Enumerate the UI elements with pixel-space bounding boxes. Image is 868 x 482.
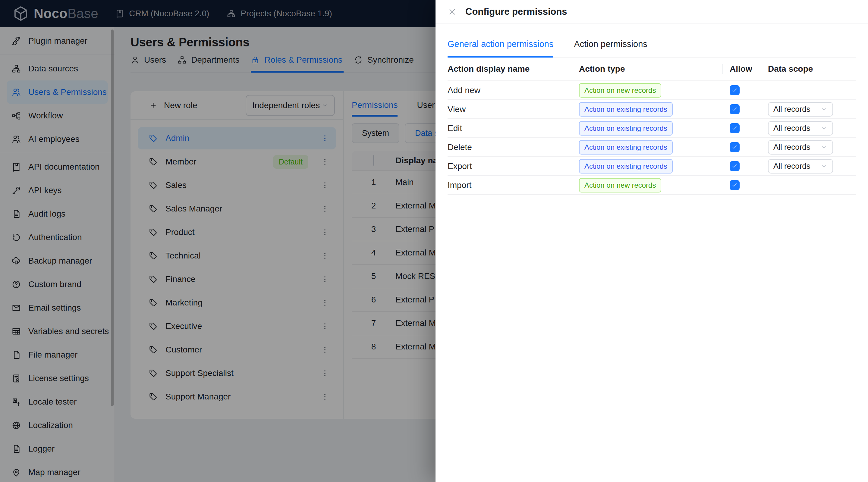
configure-permissions-drawer: Configure permissions General action per… bbox=[435, 0, 868, 482]
column-header-action-display-name: Action display name bbox=[447, 64, 572, 74]
drawer-tab-action-permissions[interactable]: Action permissions bbox=[574, 24, 647, 58]
data-scope-select[interactable]: All records bbox=[768, 121, 833, 135]
allow-cell bbox=[722, 123, 761, 133]
chevron-icon bbox=[821, 144, 828, 151]
action-type-cell: Action on existing records bbox=[572, 159, 722, 173]
close-icon[interactable] bbox=[447, 7, 457, 17]
action-display-name: Add new bbox=[447, 86, 572, 95]
drawer-tab-general-action-permissions[interactable]: General action permissions bbox=[447, 24, 553, 58]
drawer-header: Configure permissions bbox=[435, 0, 868, 24]
action-type-tag: Action on new records bbox=[579, 83, 661, 98]
action-type-cell: Action on new records bbox=[572, 178, 722, 193]
action-display-name: Delete bbox=[447, 142, 572, 152]
action-type-cell: Action on existing records bbox=[572, 121, 722, 135]
check-icon bbox=[732, 163, 738, 169]
check-icon bbox=[732, 144, 738, 150]
action-display-name: View bbox=[447, 104, 572, 114]
data-scope-select[interactable]: All records bbox=[768, 102, 833, 117]
chevron-icon bbox=[821, 163, 828, 170]
check-icon bbox=[732, 106, 738, 113]
modal-overlay[interactable] bbox=[0, 0, 435, 482]
action-type-tag: Action on existing records bbox=[579, 102, 673, 117]
allow-checkbox-checked[interactable] bbox=[730, 104, 740, 114]
action-permissions-table: Action display nameAction typeAllowData … bbox=[447, 58, 856, 195]
action-display-name: Export bbox=[447, 161, 572, 171]
data-scope-cell: All records bbox=[761, 121, 856, 135]
allow-checkbox-checked[interactable] bbox=[730, 123, 740, 133]
allow-cell bbox=[722, 142, 761, 152]
action-table-body: Add newAction on new recordsViewAction o… bbox=[447, 81, 856, 195]
chevron-icon bbox=[821, 106, 828, 113]
action-row-export: ExportAction on existing recordsAll reco… bbox=[447, 157, 856, 176]
allow-cell bbox=[722, 104, 761, 114]
data-scope-cell: All records bbox=[761, 159, 856, 173]
check-icon bbox=[732, 125, 738, 131]
data-scope-select[interactable]: All records bbox=[768, 159, 833, 173]
action-row-import: ImportAction on new records bbox=[447, 176, 856, 195]
column-header-allow: Allow bbox=[722, 64, 761, 74]
column-header-data-scope: Data scope bbox=[761, 64, 856, 74]
action-type-tag: Action on existing records bbox=[579, 140, 673, 155]
allow-checkbox-checked[interactable] bbox=[730, 180, 740, 190]
chevron-icon bbox=[821, 125, 828, 132]
allow-cell bbox=[722, 180, 761, 190]
allow-cell bbox=[722, 161, 761, 171]
action-display-name: Edit bbox=[447, 124, 572, 133]
action-row-add-new: Add newAction on new records bbox=[447, 81, 856, 100]
action-table-header: Action display nameAction typeAllowData … bbox=[447, 58, 856, 81]
drawer-title: Configure permissions bbox=[465, 6, 567, 17]
action-display-name: Import bbox=[447, 181, 572, 190]
allow-checkbox-checked[interactable] bbox=[730, 142, 740, 152]
column-header-action-type: Action type bbox=[572, 64, 722, 74]
data-scope-value: All records bbox=[773, 104, 810, 114]
data-scope-cell: All records bbox=[761, 140, 856, 155]
data-scope-select[interactable]: All records bbox=[768, 140, 833, 155]
action-type-tag: Action on existing records bbox=[579, 159, 673, 173]
action-type-cell: Action on existing records bbox=[572, 140, 722, 155]
action-row-delete: DeleteAction on existing recordsAll reco… bbox=[447, 138, 856, 157]
action-type-cell: Action on new records bbox=[572, 83, 722, 98]
action-type-tag: Action on existing records bbox=[579, 121, 673, 135]
action-row-edit: EditAction on existing recordsAll record… bbox=[447, 119, 856, 138]
data-scope-cell: All records bbox=[761, 102, 856, 117]
action-type-tag: Action on new records bbox=[579, 178, 661, 193]
data-scope-value: All records bbox=[773, 161, 810, 171]
allow-checkbox-checked[interactable] bbox=[730, 85, 740, 95]
data-scope-value: All records bbox=[773, 142, 810, 152]
action-row-view: ViewAction on existing recordsAll record… bbox=[447, 100, 856, 119]
app-window: NocoBase CRM (NocoBase 2.0)Projects (Noc… bbox=[0, 0, 868, 482]
check-icon bbox=[732, 87, 738, 93]
allow-checkbox-checked[interactable] bbox=[730, 161, 740, 171]
drawer-tabs: General action permissionsAction permiss… bbox=[447, 24, 856, 58]
data-scope-value: All records bbox=[773, 124, 810, 133]
action-type-cell: Action on existing records bbox=[572, 102, 722, 117]
check-icon bbox=[732, 182, 738, 188]
allow-cell bbox=[722, 85, 761, 95]
